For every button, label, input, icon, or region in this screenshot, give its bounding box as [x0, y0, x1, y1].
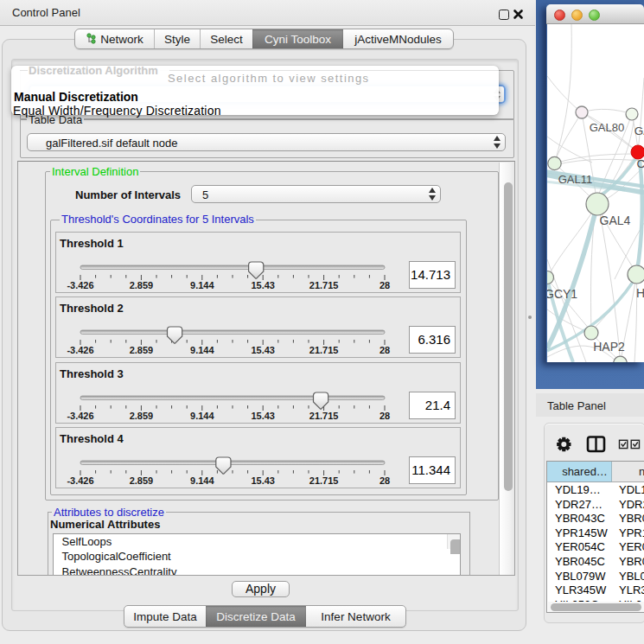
svg-text:15.43: 15.43 — [251, 475, 275, 486]
svg-text:9.144: 9.144 — [190, 280, 214, 290]
svg-text:28: 28 — [379, 280, 390, 290]
svg-text:2.859: 2.859 — [130, 345, 154, 355]
svg-text:21.715: 21.715 — [309, 475, 339, 486]
svg-text:15.43: 15.43 — [251, 280, 275, 290]
svg-text:GAL11: GAL11 — [558, 173, 593, 186]
svg-text:GAL80: GAL80 — [590, 121, 624, 134]
svg-text:28: 28 — [379, 475, 390, 486]
svg-text:21.715: 21.715 — [309, 411, 339, 421]
svg-text:21.715: 21.715 — [309, 280, 339, 290]
svg-text:9.144: 9.144 — [190, 411, 214, 421]
svg-text:GA: GA — [634, 124, 644, 137]
svg-text:28: 28 — [379, 345, 390, 355]
svg-text:GAL4: GAL4 — [600, 214, 631, 227]
svg-text:2.859: 2.859 — [130, 475, 154, 486]
svg-text:-3.426: -3.426 — [67, 345, 93, 355]
svg-text:15.43: 15.43 — [251, 345, 275, 355]
svg-text:-3.426: -3.426 — [67, 475, 93, 486]
svg-text:HI: HI — [636, 286, 644, 300]
svg-text:15.43: 15.43 — [251, 411, 275, 421]
svg-text:2.859: 2.859 — [130, 280, 154, 290]
svg-text:9.144: 9.144 — [190, 345, 214, 355]
svg-text:2.859: 2.859 — [130, 411, 154, 421]
svg-text:HAP2: HAP2 — [593, 340, 625, 354]
svg-text:21.715: 21.715 — [309, 345, 339, 355]
svg-text:9.144: 9.144 — [190, 475, 214, 486]
svg-text:C: C — [637, 157, 644, 170]
svg-text:28: 28 — [379, 411, 390, 421]
svg-text:GCY1: GCY1 — [547, 287, 577, 301]
svg-text:-3.426: -3.426 — [67, 411, 93, 421]
svg-text:-3.426: -3.426 — [67, 280, 93, 290]
